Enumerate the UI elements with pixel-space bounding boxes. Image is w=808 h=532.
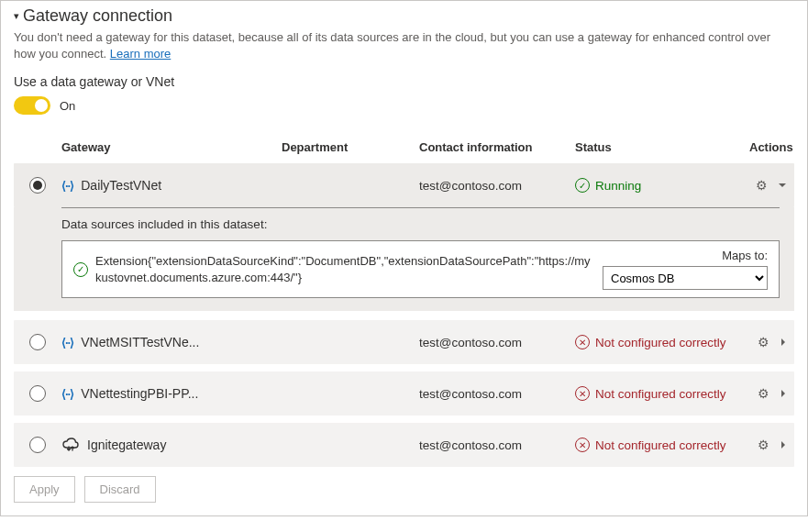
gateway-name: Ignitegateway: [87, 438, 166, 452]
gateway-table-header: Gateway Department Contact information S…: [14, 131, 794, 163]
gateway-toggle[interactable]: [14, 96, 50, 115]
gateway-name: VNettestingPBI-PP...: [81, 386, 198, 401]
toggle-section-label: Use a data gateway or VNet: [14, 74, 794, 89]
gateway-row[interactable]: ⟨··⟩ DailyTestVNet test@contoso.com ✓ Ru…: [14, 163, 794, 207]
gateway-connection-panel: ▾ Gateway connection You don't need a ga…: [0, 0, 808, 516]
col-department: Department: [282, 140, 419, 154]
datasource-box: ✓ Extension{"extensionDataSourceKind":"D…: [61, 240, 780, 298]
gateway-radio[interactable]: [29, 385, 46, 402]
x-circle-icon: ✕: [575, 438, 590, 452]
maps-to-label: Maps to:: [722, 249, 768, 262]
col-gateway: Gateway: [61, 140, 282, 154]
gateway-name: VNetMSITTestVNe...: [81, 335, 199, 349]
toggle-knob-icon: [35, 99, 48, 112]
gateway-contact: test@contoso.com: [419, 438, 575, 452]
gateway-contact: test@contoso.com: [419, 336, 575, 349]
section-title: Gateway connection: [23, 6, 172, 26]
gear-icon[interactable]: ⚙: [756, 178, 768, 193]
chevron-right-icon[interactable]: [779, 388, 788, 399]
section-description: You don't need a gateway for this datase…: [14, 29, 794, 61]
gateway-row[interactable]: ⟨··⟩ VNettestingPBI-PP... test@contoso.c…: [14, 371, 794, 416]
gateway-row[interactable]: ⟨··⟩ VNetMSITTestVNe... test@contoso.com…: [14, 320, 794, 364]
learn-more-link[interactable]: Learn more: [110, 47, 171, 61]
gateway-radio[interactable]: [29, 437, 46, 453]
gateway-contact: test@contoso.com: [419, 387, 575, 401]
apply-button[interactable]: Apply: [14, 476, 75, 503]
col-status: Status: [575, 140, 749, 154]
gateway-row[interactable]: Ignitegateway test@contoso.com ✕ Not con…: [14, 423, 794, 467]
toggle-state-label: On: [60, 99, 75, 113]
status-text: Running: [595, 179, 641, 193]
vnet-icon: ⟨··⟩: [61, 179, 73, 193]
section-header[interactable]: ▾ Gateway connection: [14, 6, 794, 26]
gateway-contact: test@contoso.com: [419, 179, 575, 193]
gateway-status: ✕ Not configured correctly: [575, 386, 749, 401]
discard-button[interactable]: Discard: [84, 476, 156, 503]
gateway-status: ✕ Not configured correctly: [575, 438, 749, 452]
gear-icon[interactable]: ⚙: [758, 438, 769, 452]
collapse-caret-icon[interactable]: ▾: [14, 10, 19, 22]
vnet-icon: ⟨··⟩: [61, 387, 73, 401]
check-circle-icon: ✓: [73, 262, 88, 277]
gear-icon[interactable]: ⚙: [758, 386, 769, 401]
gateway-radio[interactable]: [29, 334, 46, 350]
gateway-name: DailyTestVNet: [81, 178, 161, 193]
check-circle-icon: ✓: [575, 178, 590, 193]
gear-icon[interactable]: ⚙: [758, 335, 769, 349]
gateway-status: ✓ Running: [575, 178, 749, 193]
status-text: Not configured correctly: [595, 336, 726, 349]
chevron-down-icon[interactable]: [777, 180, 788, 191]
maps-to-select[interactable]: Cosmos DB: [603, 266, 768, 290]
chevron-right-icon[interactable]: [779, 439, 788, 450]
button-row: Apply Discard: [14, 476, 794, 503]
col-actions: Actions: [749, 140, 795, 154]
cloud-sync-icon: [61, 438, 80, 452]
gateway-radio[interactable]: [29, 177, 46, 194]
gateway-status: ✕ Not configured correctly: [575, 335, 749, 349]
x-circle-icon: ✕: [575, 335, 590, 349]
vnet-icon: ⟨··⟩: [61, 336, 73, 349]
gateway-expanded-panel: Data sources included in this dataset: ✓…: [14, 207, 794, 311]
chevron-right-icon[interactable]: [779, 337, 788, 348]
toggle-row: On: [14, 96, 794, 115]
x-circle-icon: ✕: [575, 386, 590, 401]
col-contact: Contact information: [419, 140, 575, 154]
datasource-header: Data sources included in this dataset:: [61, 217, 780, 231]
datasource-text: Extension{"extensionDataSourceKind":"Doc…: [95, 253, 595, 285]
status-text: Not configured correctly: [595, 438, 726, 452]
status-text: Not configured correctly: [595, 387, 726, 401]
